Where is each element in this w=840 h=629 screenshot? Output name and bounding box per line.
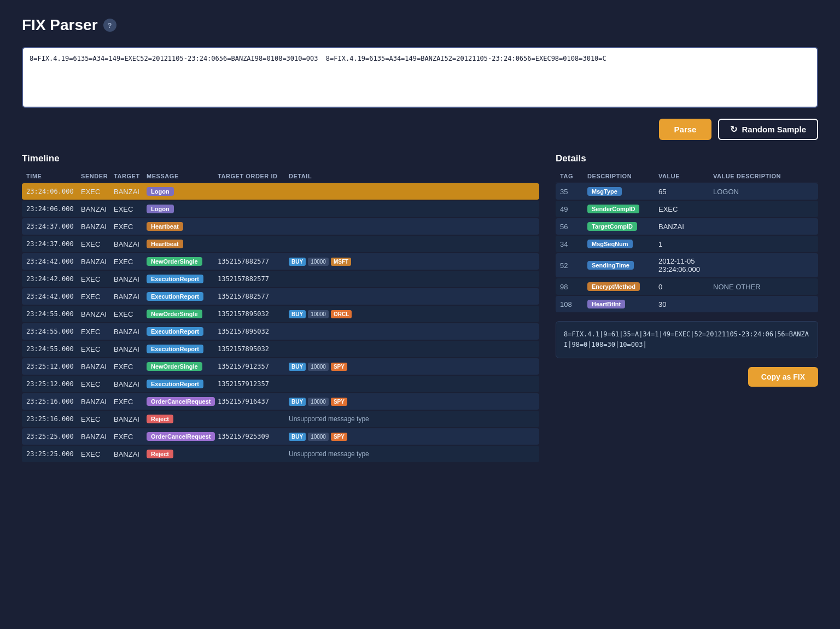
detail-col-valuedesc: VALUE DESCRIPTION (713, 173, 814, 179)
row-sender: BANZAI (81, 258, 114, 266)
parse-button[interactable]: Parse (659, 119, 712, 140)
row-target: BANZAI (114, 450, 147, 458)
detail-tag: 108 (560, 300, 587, 308)
detail-row: 34MsgSeqNum1 (556, 236, 818, 252)
detail-row: 56TargetCompIDBANZAI (556, 218, 818, 235)
table-row[interactable]: 23:24:55.000EXECBANZAIExecutionReport135… (22, 323, 539, 340)
col-time: TIME (26, 173, 81, 179)
row-order-id: 1352157895032 (218, 310, 289, 318)
row-time: 23:24:06.000 (26, 205, 81, 213)
row-sender: EXEC (81, 415, 114, 423)
row-message-badge: Reject (147, 415, 218, 423)
detail-value: 30 (658, 300, 713, 308)
col-order-id: TARGET ORDER ID (218, 173, 289, 179)
table-row[interactable]: 23:25:16.000EXECBANZAIRejectUnsupported … (22, 411, 539, 427)
timeline-title: Timeline (22, 153, 539, 164)
row-time: 23:25:25.000 (26, 433, 81, 440)
table-row[interactable]: 23:24:37.000BANZAIEXECHeartbeat (22, 218, 539, 235)
detail-description-badge: SenderCompID (587, 205, 658, 213)
row-sender: EXEC (81, 345, 114, 353)
table-row[interactable]: 23:25:12.000BANZAIEXECNewOrderSingle1352… (22, 358, 539, 375)
row-target: EXEC (114, 398, 147, 406)
detail-row: 98EncryptMethod0NONE OTHER (556, 278, 818, 295)
row-time: 23:25:25.000 (26, 450, 81, 458)
detail-description-badge: HeartBtInt (587, 300, 658, 308)
fix-input-container (22, 47, 818, 108)
table-row[interactable]: 23:24:55.000BANZAIEXECNewOrderSingle1352… (22, 306, 539, 322)
row-target: BANZAI (114, 380, 147, 388)
detail-col-value: VALUE (658, 173, 713, 179)
col-sender: SENDER (81, 173, 114, 179)
table-row[interactable]: 23:24:42.000BANZAIEXECNewOrderSingle1352… (22, 253, 539, 270)
row-time: 23:25:16.000 (26, 398, 81, 405)
table-row[interactable]: 23:24:06.000BANZAIEXECLogon (22, 201, 539, 217)
row-target: EXEC (114, 205, 147, 213)
row-target: BANZAI (114, 293, 147, 301)
table-row[interactable]: 23:25:25.000EXECBANZAIRejectUnsupported … (22, 446, 539, 462)
random-sample-label: Random Sample (742, 125, 806, 134)
detail-row: 49SenderCompIDEXEC (556, 201, 818, 217)
detail-description-badge: MsgSeqNum (587, 240, 658, 248)
row-detail: BUY10000SPY (289, 433, 535, 441)
table-row[interactable]: 23:24:42.000EXECBANZAIExecutionReport135… (22, 271, 539, 287)
copy-as-fix-button[interactable]: Copy as FIX (748, 367, 818, 387)
detail-value-description: NONE OTHER (713, 283, 814, 291)
table-row[interactable]: 23:24:42.000EXECBANZAIExecutionReport135… (22, 288, 539, 305)
row-time: 23:24:55.000 (26, 345, 81, 353)
random-sample-button[interactable]: ↻ Random Sample (718, 119, 818, 140)
detail-value: 1 (658, 240, 713, 248)
row-message-badge: Reject (147, 450, 218, 458)
detail-description-badge: SendingTime (587, 261, 658, 270)
detail-description-badge: MsgType (587, 187, 658, 196)
fix-input[interactable] (30, 55, 810, 98)
main-content: Timeline TIME SENDER TARGET MESSAGE TARG… (22, 153, 818, 463)
col-target: TARGET (114, 173, 147, 179)
row-target: EXEC (114, 433, 147, 441)
details-section: Details TAG DESCRIPTION VALUE VALUE DESC… (556, 153, 818, 387)
page-title: FIX Parser (22, 16, 98, 34)
row-time: 23:24:55.000 (26, 328, 81, 335)
row-message-badge: Heartbeat (147, 222, 218, 231)
detail-value-description: LOGON (713, 188, 814, 196)
action-buttons: Parse ↻ Random Sample (22, 119, 818, 140)
table-row[interactable]: 23:24:06.000EXECBANZAILogon (22, 183, 539, 200)
row-time: 23:24:37.000 (26, 240, 81, 248)
details-title: Details (556, 153, 818, 164)
fix-raw-display: 8=FIX.4.1|9=61|35=A|34=1|49=EXEC|52=2012… (556, 321, 818, 358)
row-message-badge: Logon (147, 205, 218, 213)
row-target: EXEC (114, 258, 147, 266)
row-order-id: 1352157882577 (218, 293, 289, 300)
row-message-badge: NewOrderSingle (147, 257, 218, 266)
details-table-header: TAG DESCRIPTION VALUE VALUE DESCRIPTION (556, 170, 818, 183)
detail-description-badge: EncryptMethod (587, 282, 658, 291)
row-sender: EXEC (81, 293, 114, 301)
row-time: 23:25:16.000 (26, 415, 81, 423)
row-time: 23:25:12.000 (26, 380, 81, 388)
detail-value: 65 (658, 188, 713, 196)
detail-tag: 49 (560, 205, 587, 213)
table-row[interactable]: 23:24:37.000EXECBANZAIHeartbeat (22, 236, 539, 252)
row-sender: BANZAI (81, 398, 114, 406)
row-time: 23:24:37.000 (26, 223, 81, 230)
detail-description-badge: TargetCompID (587, 222, 658, 231)
table-row[interactable]: 23:25:25.000BANZAIEXECOrderCancelRequest… (22, 428, 539, 445)
row-order-id: 1352157895032 (218, 328, 289, 335)
row-message-badge: OrderCancelRequest (147, 432, 218, 441)
row-target: EXEC (114, 223, 147, 231)
row-order-id: 1352157925309 (218, 433, 289, 440)
row-message-badge: NewOrderSingle (147, 310, 218, 318)
row-sender: EXEC (81, 240, 114, 248)
table-row[interactable]: 23:25:16.000BANZAIEXECOrderCancelRequest… (22, 393, 539, 410)
timeline-table-header: TIME SENDER TARGET MESSAGE TARGET ORDER … (22, 170, 539, 183)
row-target: BANZAI (114, 328, 147, 336)
row-message-badge: ExecutionReport (147, 380, 218, 388)
row-target: EXEC (114, 363, 147, 371)
row-detail: BUY10000ORCL (289, 310, 535, 318)
row-message-badge: OrderCancelRequest (147, 397, 218, 406)
table-row[interactable]: 23:25:12.000EXECBANZAIExecutionReport135… (22, 376, 539, 392)
help-icon[interactable]: ? (103, 19, 116, 32)
table-row[interactable]: 23:24:55.000EXECBANZAIExecutionReport135… (22, 341, 539, 357)
row-target: EXEC (114, 310, 147, 318)
detail-tag: 98 (560, 283, 587, 291)
detail-tag: 56 (560, 223, 587, 231)
